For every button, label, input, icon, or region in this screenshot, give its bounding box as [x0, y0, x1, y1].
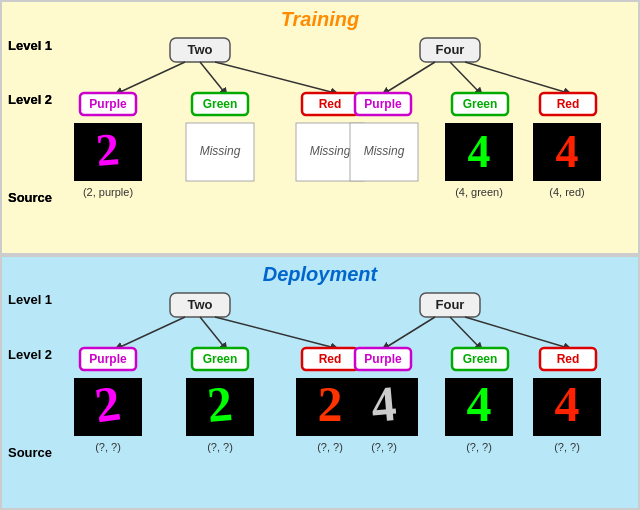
t-source-label: Source [8, 190, 52, 205]
svg-text:4: 4 [369, 375, 399, 433]
training-title: Training [10, 8, 630, 31]
svg-line-8 [450, 62, 480, 93]
svg-text:Red: Red [557, 97, 580, 111]
svg-text:(4, red): (4, red) [549, 186, 584, 198]
svg-text:2: 2 [205, 375, 235, 433]
svg-line-45 [450, 317, 480, 348]
svg-line-5 [200, 62, 225, 93]
svg-line-42 [200, 317, 225, 348]
d-level2-label: Level 2 [8, 347, 52, 362]
svg-text:Four: Four [436, 42, 465, 57]
svg-text:Green: Green [463, 352, 498, 366]
svg-text:Four: Four [436, 297, 465, 312]
svg-text:(2, purple): (2, purple) [83, 186, 133, 198]
svg-text:4: 4 [467, 376, 492, 432]
svg-text:Purple: Purple [364, 97, 402, 111]
t-level2-label: Level 2 [8, 92, 52, 107]
deployment-diagram: Two Four Purple Green Red Purple Green R… [60, 288, 640, 498]
svg-text:Missing: Missing [200, 144, 241, 158]
svg-text:Missing: Missing [364, 144, 405, 158]
svg-text:4: 4 [556, 126, 579, 177]
svg-text:Red: Red [319, 352, 342, 366]
svg-text:Missing: Missing [310, 144, 351, 158]
deployment-title: Deployment [10, 263, 630, 286]
svg-line-41 [118, 317, 185, 348]
svg-text:2: 2 [94, 123, 121, 176]
svg-line-44 [385, 317, 435, 348]
svg-text:Green: Green [203, 352, 238, 366]
svg-line-46 [465, 317, 568, 348]
svg-text:(4, green): (4, green) [455, 186, 503, 198]
svg-text:Two: Two [187, 297, 212, 312]
svg-text:(?, ?): (?, ?) [554, 441, 580, 453]
svg-text:Green: Green [203, 97, 238, 111]
svg-line-9 [465, 62, 568, 93]
svg-text:Purple: Purple [89, 97, 127, 111]
svg-text:Purple: Purple [364, 352, 402, 366]
svg-text:4: 4 [468, 126, 491, 177]
svg-text:Two: Two [187, 42, 212, 57]
svg-text:(?, ?): (?, ?) [371, 441, 397, 453]
svg-text:Purple: Purple [89, 352, 127, 366]
svg-text:Red: Red [319, 97, 342, 111]
d-level1-label: Level 1 [8, 292, 52, 307]
svg-line-7 [385, 62, 435, 93]
svg-line-6 [215, 62, 335, 93]
svg-line-4 [118, 62, 185, 93]
svg-text:(?, ?): (?, ?) [317, 441, 343, 453]
svg-text:2: 2 [318, 376, 343, 432]
svg-text:(?, ?): (?, ?) [466, 441, 492, 453]
svg-text:4: 4 [555, 376, 580, 432]
training-section: Training Two Four Purple [0, 0, 640, 255]
svg-text:(?, ?): (?, ?) [95, 441, 121, 453]
svg-text:(?, ?): (?, ?) [207, 441, 233, 453]
svg-text:Green: Green [463, 97, 498, 111]
training-diagram: Two Four Purple Green Red [60, 33, 640, 243]
svg-line-43 [215, 317, 335, 348]
d-source-label: Source [8, 445, 52, 460]
deployment-section: Deployment Two Four Purple Green Red Pur… [0, 255, 640, 510]
t-level1-label: Level 1 [8, 38, 52, 53]
svg-text:Red: Red [557, 352, 580, 366]
